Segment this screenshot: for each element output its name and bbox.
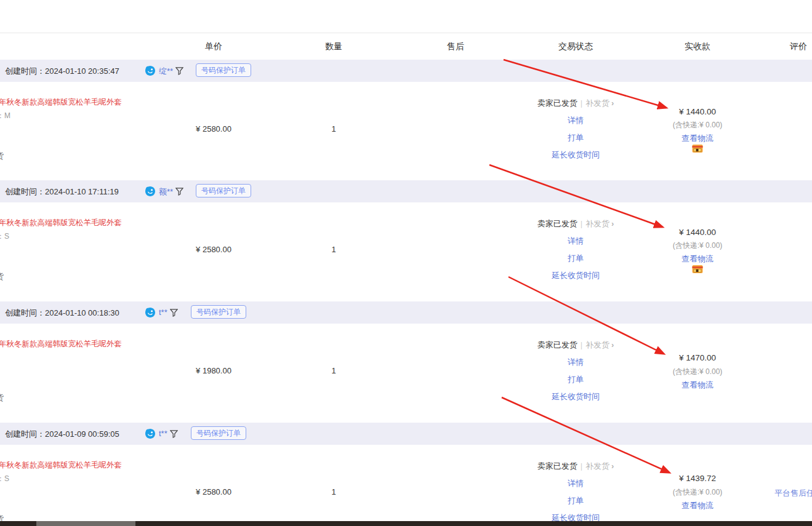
protect-order-badge: 号码保护订单 [191, 305, 246, 319]
col-after-sale: 售后 [447, 41, 464, 52]
order-created-time: 创建时间：2024-01-10 17:11:19 [5, 186, 119, 197]
order-created-time: 创建时间：2024-01-10 20:35:47 [5, 66, 119, 77]
chevron-right-icon: › [611, 461, 614, 471]
actual-payment: ¥ 1439.72 [679, 474, 716, 483]
extend-receipt-link[interactable]: 延长收货时间 [552, 391, 600, 402]
order-header-band: 创建时间：2024-01-10 00:18:30 t** 号码保护订单 [0, 301, 812, 324]
bank-card-icon [693, 145, 703, 153]
created-label: 创建时间： [5, 187, 45, 196]
buyer-name[interactable]: 额** [159, 186, 173, 197]
reissue-link[interactable]: 补发货 [585, 98, 609, 108]
status-shipped-label: 卖家已发货 [537, 340, 577, 349]
buyer-name[interactable]: t** [159, 429, 167, 438]
reissue-link[interactable]: 补发货 [585, 461, 609, 471]
order-header-band: 创建时间：2024-01-10 17:11:19 额** 号码保护订单 [0, 180, 812, 202]
buyer-name[interactable]: t** [159, 308, 167, 317]
unit-price: ¥ 2580.00 [196, 124, 231, 133]
shipping-fee-note: (含快递:¥ 0.00) [673, 241, 723, 251]
detail-link[interactable]: 详情 [568, 478, 584, 489]
protect-order-badge: 号码保护订单 [191, 426, 246, 440]
col-quantity: 数量 [325, 41, 342, 52]
status-shipped-label: 卖家已发货 [537, 219, 577, 228]
print-order-link[interactable]: 打单 [568, 253, 584, 264]
chevron-right-icon: › [611, 219, 614, 228]
created-value: 2024-01-10 17:11:19 [45, 187, 119, 196]
detail-link[interactable]: 详情 [568, 357, 584, 368]
filter-funnel-icon[interactable] [170, 429, 178, 440]
table-header: 单价 数量 售后 交易状态 实收款 评价 [0, 33, 812, 60]
unit-price: ¥ 1980.00 [196, 366, 231, 375]
print-order-link[interactable]: 打单 [568, 495, 584, 506]
view-logistics-link[interactable]: 查看物流 [681, 500, 714, 511]
order-row: 创建时间：2024-01-10 17:11:19 额** 号码保护订单 年秋冬新… [0, 180, 812, 301]
filter-funnel-icon[interactable] [175, 187, 183, 198]
status-divider: | [581, 219, 582, 228]
horizontal-scrollbar-track[interactable] [0, 521, 812, 526]
buyer-name[interactable]: 绽** [159, 66, 173, 77]
status-divider: | [581, 461, 582, 471]
shipping-fee-note: (含快递:¥ 0.00) [673, 367, 723, 377]
status-divider: | [581, 340, 582, 349]
product-title[interactable]: 年秋冬新款高端韩版宽松羊毛呢外套 [0, 97, 122, 108]
chevron-right-icon: › [611, 340, 614, 349]
detail-link[interactable]: 详情 [568, 236, 584, 247]
filter-funnel-icon[interactable] [170, 308, 178, 319]
view-logistics-link[interactable]: 查看物流 [681, 253, 714, 265]
print-order-link[interactable]: 打单 [568, 374, 584, 385]
order-created-time: 创建时间：2024-01-10 00:18:30 [5, 308, 119, 319]
col-review: 评价 [790, 41, 807, 52]
product-title[interactable]: 年秋冬新款高端韩版宽松羊毛呢外套 [0, 218, 122, 228]
order-row: 创建时间：2024-01-09 00:59:05 t** 号码保护订单 年秋冬新… [0, 423, 812, 526]
reissue-link[interactable]: 补发货 [585, 340, 609, 349]
created-value: 2024-01-09 00:59:05 [45, 429, 119, 439]
status-divider: | [581, 98, 582, 108]
protect-order-badge: 号码保护订单 [196, 63, 251, 77]
clipped-text: 货 [0, 393, 4, 404]
created-label: 创建时间： [5, 308, 45, 317]
created-label: 创建时间： [5, 429, 45, 439]
print-order-link[interactable]: 打单 [568, 132, 584, 143]
extend-receipt-link[interactable]: 延长收货时间 [552, 270, 600, 281]
trade-status: 卖家已发货|补发货› [537, 340, 614, 351]
view-logistics-link[interactable]: 查看物流 [681, 133, 714, 144]
order-row: 创建时间：2024-01-10 20:35:47 绽** 号码保护订单 年秋冬新… [0, 60, 812, 180]
clipped-text: 货 [0, 151, 4, 162]
wangwang-chat-icon[interactable] [145, 308, 155, 317]
col-trade-status: 交易状态 [558, 41, 593, 52]
reissue-link[interactable]: 补发货 [585, 219, 609, 228]
view-logistics-link[interactable]: 查看物流 [681, 380, 714, 391]
product-size: ：S [0, 474, 9, 484]
order-created-time: 创建时间：2024-01-09 00:59:05 [5, 429, 119, 440]
product-title[interactable]: 年秋冬新款高端韩版宽松羊毛呢外套 [0, 460, 122, 471]
quantity: 1 [331, 124, 336, 133]
col-unit-price: 单价 [205, 41, 222, 52]
filter-funnel-icon[interactable] [175, 66, 183, 78]
status-shipped-label: 卖家已发货 [537, 98, 577, 108]
actual-payment: ¥ 1440.00 [679, 107, 716, 116]
order-row: 创建时间：2024-01-10 00:18:30 t** 号码保护订单 年秋冬新… [0, 301, 812, 422]
wangwang-chat-icon[interactable] [145, 429, 155, 439]
trade-status: 卖家已发货|补发货› [537, 98, 614, 109]
detail-link[interactable]: 详情 [568, 115, 584, 126]
order-management-page: 单价 数量 售后 交易状态 实收款 评价 创建时间：2024-01-10 20:… [0, 0, 812, 526]
trade-status: 卖家已发货|补发货› [537, 461, 614, 472]
wangwang-chat-icon[interactable] [145, 186, 155, 196]
extend-receipt-link[interactable]: 延长收货时间 [552, 149, 600, 161]
wangwang-chat-icon[interactable] [145, 66, 155, 76]
status-shipped-label: 卖家已发货 [537, 461, 577, 471]
product-size: ：S [0, 231, 9, 242]
horizontal-scrollbar-thumb[interactable] [36, 521, 135, 526]
actual-payment: ¥ 1470.00 [679, 353, 716, 362]
shipping-fee-note: (含快递:¥ 0.00) [673, 120, 723, 130]
quantity: 1 [331, 487, 336, 496]
platform-aftersale-link[interactable]: 平台售后任 [774, 488, 812, 499]
product-title[interactable]: 年秋冬新款高端韩版宽松羊毛呢外套 [0, 339, 122, 349]
created-label: 创建时间： [5, 66, 45, 76]
unit-price: ¥ 2580.00 [196, 487, 231, 496]
quantity: 1 [331, 245, 336, 254]
quantity: 1 [331, 366, 336, 375]
col-payment: 实收款 [685, 41, 710, 52]
protect-order-badge: 号码保护订单 [196, 184, 251, 197]
created-value: 2024-01-10 20:35:47 [45, 66, 119, 76]
order-header-band: 创建时间：2024-01-09 00:59:05 t** 号码保护订单 [0, 423, 812, 445]
